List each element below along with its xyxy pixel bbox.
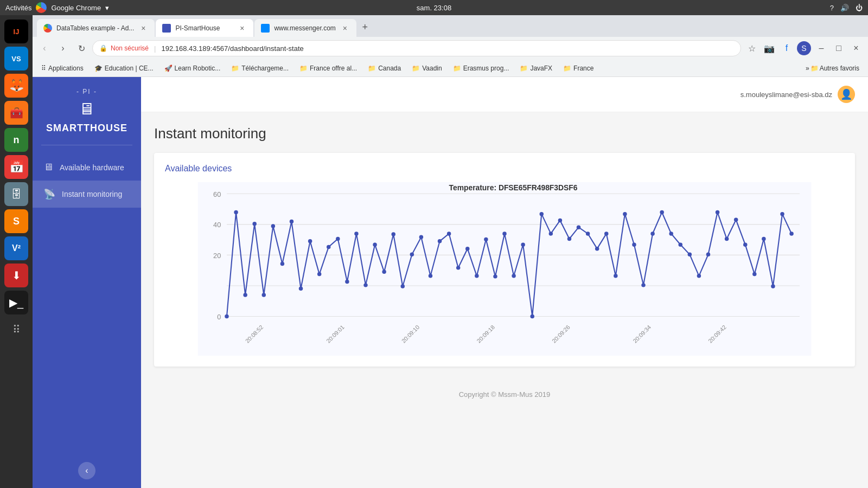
tab-datatables-close[interactable]: × (138, 23, 148, 33)
data-point (706, 253, 710, 256)
tab-smarthouse-favicon (162, 24, 171, 33)
address-text: 192.168.43.189:4567/dashboard/instant-st… (161, 44, 734, 53)
data-point (604, 232, 608, 235)
screenshot-button[interactable]: 📷 (762, 41, 777, 56)
data-point (530, 314, 534, 318)
chrome-taskbar-icon[interactable] (36, 2, 47, 13)
bookmarks-more-button[interactable]: » 📁 Autres favoris (801, 62, 864, 74)
terminal-dock-icon[interactable]: ▶_ (4, 291, 28, 314)
bookmark-vaadin[interactable]: 📁 Vaadin (407, 62, 446, 74)
data-point (262, 293, 266, 297)
new-tab-button[interactable]: + (358, 20, 373, 35)
chart-svg: 60 40 20 0 Temperature: DFSE65FR498F3DSF… (165, 182, 844, 356)
tab-datatables-favicon (43, 24, 52, 33)
javafx-bookmark-icon: 📁 (520, 65, 528, 72)
tab-smarthouse[interactable]: PI-SmartHouse × (156, 19, 253, 37)
bookmark-telechargements[interactable]: 📁 Téléchargeme... (227, 62, 293, 74)
bookmark-erasmus[interactable]: 📁 Erasmus prog... (449, 62, 514, 74)
vnc-dock-icon[interactable]: V² (4, 236, 28, 260)
activities-button[interactable]: Activités (5, 4, 31, 12)
data-point (401, 284, 405, 288)
data-point (725, 237, 729, 241)
data-point (641, 283, 645, 287)
tab-messenger-label: www.messenger.com (274, 24, 335, 32)
sidebar-brand-pi: - PI - (41, 88, 132, 95)
vscode-dock-icon[interactable]: VS (4, 47, 28, 70)
sidebar-item-monitoring[interactable]: 📡 Instant monitoring (33, 181, 141, 208)
tab-datatables[interactable]: DataTables example - Ad... × (37, 19, 155, 37)
insecure-label: Non sécurisé (111, 44, 149, 52)
france-bookmark-icon: 📁 (299, 65, 308, 72)
bookmark-applications[interactable]: ⠿ Applications (37, 62, 88, 74)
svg-text:Temperature: DFSE65FR498F3DSF6: Temperature: DFSE65FR498F3DSF6 (449, 183, 578, 192)
forward-button[interactable]: › (55, 41, 71, 56)
data-point (225, 314, 228, 318)
archive-dock-icon[interactable]: 🗄 (4, 182, 28, 206)
sidebar-item-hardware[interactable]: 🖥 Available hardware (33, 154, 141, 181)
app-footer: Copyright © Mssm-Mus 2019 (141, 380, 868, 409)
robotics-bookmark-icon: 🚀 (164, 65, 173, 72)
intellij-dock-icon[interactable]: IJ (4, 20, 28, 43)
toolbar-actions: ☆ 📷 f S – □ × (744, 41, 864, 56)
bookmark-robotics[interactable]: 🚀 Learn Robotic... (160, 62, 225, 74)
minimize-button[interactable]: – (814, 41, 829, 56)
back-button[interactable]: ‹ (37, 41, 52, 56)
temperature-chart: 60 40 20 0 Temperature: DFSE65FR498F3DSF… (165, 182, 844, 356)
data-point (363, 283, 367, 287)
data-point (317, 272, 321, 276)
facebook-button[interactable]: f (779, 41, 794, 56)
toolbox-dock-icon[interactable]: 🧰 (4, 101, 28, 125)
data-point (345, 280, 349, 284)
data-point (308, 239, 312, 243)
erasmus-bookmark-icon: 📁 (453, 65, 461, 72)
data-point (632, 242, 636, 246)
tab-datatables-label: DataTables example - Ad... (56, 24, 134, 32)
bookmark-robotics-label: Learn Robotic... (175, 65, 221, 72)
taskbar-app-name: Google Chrome (51, 4, 101, 12)
user-avatar[interactable]: 👤 (838, 86, 855, 103)
firefox-dock-icon[interactable]: 🦊 (4, 74, 28, 98)
taskbar-help-icon[interactable]: ? (830, 4, 834, 12)
data-point (549, 232, 553, 235)
data-point (679, 242, 682, 246)
data-point (438, 239, 442, 243)
france2-bookmark-icon: 📁 (563, 65, 571, 72)
browser-content: - PI - 🖥 SMARTTHOUSE 🖥 Available hardwar… (33, 77, 868, 488)
data-point (475, 274, 478, 278)
tab-messenger[interactable]: www.messenger.com × (254, 19, 356, 37)
nqq-dock-icon[interactable]: n (4, 128, 28, 152)
taskbar-volume-icon[interactable]: 🔊 (840, 4, 849, 12)
address-bar[interactable]: 🔒 Non sécurisé | 192.168.43.189:4567/das… (92, 40, 741, 56)
bookmark-france-offre[interactable]: 📁 France offre al... (295, 62, 361, 74)
data-point (669, 232, 673, 235)
sidebar-header: - PI - 🖥 SMARTTHOUSE (33, 77, 141, 145)
close-browser-button[interactable]: × (848, 41, 864, 56)
bookmark-canada[interactable]: 📁 Canada (363, 62, 405, 74)
tab-messenger-close[interactable]: × (340, 23, 350, 33)
apps-dock-icon[interactable]: ⠿ (4, 318, 28, 342)
sublime-dock-icon[interactable]: S (4, 209, 28, 233)
maximize-button[interactable]: □ (831, 41, 846, 56)
data-point (697, 274, 701, 278)
user-info: s.mouleyslimane@esi-sba.dz 👤 (741, 86, 855, 103)
tab-smarthouse-close[interactable]: × (237, 23, 247, 33)
data-point (521, 242, 525, 246)
browser-window: DataTables example - Ad... × PI-SmartHou… (33, 15, 868, 488)
svg-text:40: 40 (213, 221, 221, 229)
data-point (762, 237, 765, 241)
taskbar-power-icon[interactable]: ⏻ (856, 4, 863, 12)
bookmark-button[interactable]: ☆ (744, 41, 760, 56)
user-profile-button[interactable]: S (796, 41, 812, 56)
data-point (271, 224, 275, 228)
taskbar-dropdown-icon[interactable]: ▾ (105, 4, 109, 12)
sidebar: - PI - 🖥 SMARTTHOUSE 🖥 Available hardwar… (33, 77, 141, 488)
card-title: Available devices (165, 164, 844, 174)
devices-card: Available devices (154, 153, 855, 367)
calendar-dock-icon[interactable]: 📅 (4, 155, 28, 179)
install-dock-icon[interactable]: ⬇ (4, 264, 28, 287)
bookmark-javafx[interactable]: 📁 JavaFX (515, 62, 557, 74)
reload-button[interactable]: ↻ (74, 41, 89, 56)
sidebar-collapse-button[interactable]: ‹ (78, 462, 95, 479)
bookmark-education[interactable]: 🎓 Education | CE... (90, 62, 158, 74)
bookmark-france[interactable]: 📁 France (559, 62, 598, 74)
